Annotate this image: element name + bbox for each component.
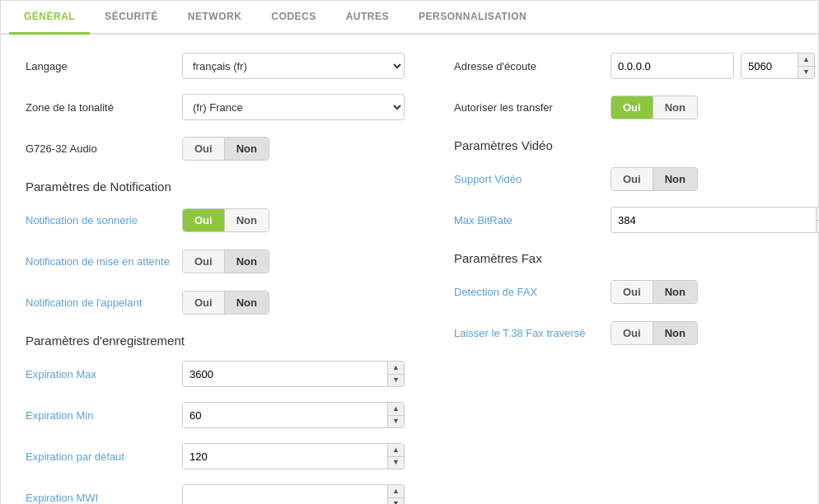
expiration-min-up-btn[interactable]: ▲	[388, 403, 404, 416]
tab-bar: GÉNÉRAL SÉCURITÉ NETWORK CODECS AUTRES P…	[1, 1, 818, 35]
expiration-min-label: Expiration Min	[26, 409, 182, 422]
tab-personnalisation[interactable]: PERSONNALISATION	[404, 1, 541, 35]
notif-appelant-oui-btn[interactable]: Oui	[183, 292, 224, 314]
langage-select[interactable]: français (fr)	[182, 53, 405, 79]
max-bitrate-spinner: ▲ ▼	[611, 207, 819, 233]
g726-non-btn[interactable]: Non	[225, 138, 269, 160]
detection-fax-toggle[interactable]: Oui Non	[611, 280, 698, 304]
notification-section-title: Paramètres de Notification	[26, 180, 405, 194]
zone-select[interactable]: (fr) France	[182, 94, 405, 120]
support-video-oui-btn[interactable]: Oui	[611, 168, 653, 190]
expiration-min-input[interactable]: 60	[183, 403, 387, 427]
expiration-max-down-btn[interactable]: ▼	[388, 375, 404, 387]
expiration-max-spinner-buttons: ▲ ▼	[387, 362, 404, 386]
autoriser-non-btn[interactable]: Non	[653, 96, 697, 119]
port-spinner: ▲ ▼	[741, 53, 815, 79]
main-content: Langage français (fr) Zone de la tonalit…	[1, 35, 818, 504]
autoriser-row: Autoriser les transfer Oui Non	[454, 92, 819, 122]
notif-sonnerie-oui-btn[interactable]: Oui	[183, 209, 224, 231]
support-video-non-btn[interactable]: Non	[653, 168, 697, 190]
laisser-fax-row: Laisser le T.38 Fax traversé Oui Non	[454, 318, 819, 348]
expiration-max-label: Expiration Max	[26, 368, 182, 380]
detection-fax-non-btn[interactable]: Non	[653, 281, 697, 303]
video-section-title: Paramètres Vidéo	[454, 138, 819, 152]
zone-label: Zone de la tonalité	[26, 101, 182, 114]
notif-appelant-row: Notification de l'appelant Oui Non	[26, 287, 405, 317]
fax-section-title: Paramètres Fax	[454, 251, 819, 265]
expiration-mwi-spinner: ▲ ▼	[182, 484, 405, 504]
tab-general[interactable]: GÉNÉRAL	[9, 1, 90, 35]
adresse-label: Adresse d'écoute	[454, 60, 611, 72]
notif-attente-label: Notification de mise en attente	[26, 255, 182, 268]
expiration-mwi-spinner-buttons: ▲ ▼	[387, 485, 404, 504]
expiration-mwi-input[interactable]	[183, 485, 387, 504]
tab-network[interactable]: NETWORK	[173, 1, 257, 35]
adresse-row: Adresse d'écoute ▲ ▼	[454, 51, 819, 81]
expiration-max-spinner: 3600 ▲ ▼	[182, 361, 405, 387]
g726-toggle[interactable]: Oui Non	[182, 137, 269, 161]
notif-appelant-non-btn[interactable]: Non	[225, 292, 269, 314]
notif-sonnerie-non-btn[interactable]: Non	[225, 209, 269, 231]
notif-sonnerie-row: Notification de sonnerie Oui Non	[26, 205, 405, 235]
expiration-min-spinner-buttons: ▲ ▼	[387, 403, 404, 427]
expiration-max-up-btn[interactable]: ▲	[388, 362, 404, 375]
port-spinner-buttons: ▲ ▼	[798, 54, 814, 78]
port-input[interactable]	[742, 54, 798, 78]
expiration-min-down-btn[interactable]: ▼	[388, 416, 404, 428]
expiration-mwi-down-btn[interactable]: ▼	[388, 498, 404, 505]
langage-label: Langage	[26, 60, 182, 72]
notif-attente-oui-btn[interactable]: Oui	[183, 250, 224, 273]
autoriser-oui-btn[interactable]: Oui	[611, 96, 653, 119]
expiration-defaut-input[interactable]: 120	[183, 444, 387, 469]
expiration-mwi-label: Expiration MWI	[26, 492, 182, 504]
notif-appelant-toggle[interactable]: Oui Non	[182, 291, 269, 315]
expiration-max-row: Expiration Max 3600 ▲ ▼	[26, 359, 405, 389]
expiration-defaut-down-btn[interactable]: ▼	[388, 457, 404, 469]
max-bitrate-spinner-buttons: ▲ ▼	[816, 208, 819, 232]
port-up-btn[interactable]: ▲	[798, 54, 814, 67]
autoriser-toggle[interactable]: Oui Non	[611, 96, 698, 119]
expiration-mwi-row: Expiration MWI ▲ ▼	[26, 483, 405, 504]
laisser-fax-non-btn[interactable]: Non	[653, 322, 697, 344]
detection-fax-row: Detection de FAX Oui Non	[454, 277, 819, 306]
laisser-fax-oui-btn[interactable]: Oui	[611, 322, 653, 344]
zone-row: Zone de la tonalité (fr) France	[26, 92, 405, 122]
notif-attente-non-btn[interactable]: Non	[225, 250, 269, 273]
right-column: Adresse d'écoute ▲ ▼ Autoriser les trans…	[454, 51, 819, 504]
detection-fax-label: Detection de FAX	[454, 286, 611, 298]
expiration-defaut-row: Expiration par défaut 120 ▲ ▼	[26, 441, 405, 471]
max-bitrate-row: Max BitRate ▲ ▼	[454, 205, 819, 235]
expiration-mwi-up-btn[interactable]: ▲	[388, 485, 404, 498]
notif-sonnerie-label: Notification de sonnerie	[26, 214, 182, 226]
expiration-defaut-spinner-buttons: ▲ ▼	[387, 444, 404, 469]
support-video-toggle[interactable]: Oui Non	[611, 167, 698, 191]
g726-oui-btn[interactable]: Oui	[183, 138, 224, 160]
g726-row: G726-32 Audio Oui Non	[26, 133, 405, 163]
support-video-label: Support Vidéo	[454, 173, 611, 185]
expiration-defaut-up-btn[interactable]: ▲	[388, 444, 404, 457]
detection-fax-oui-btn[interactable]: Oui	[611, 281, 653, 303]
notif-sonnerie-toggle[interactable]: Oui Non	[182, 208, 269, 232]
laisser-fax-toggle[interactable]: Oui Non	[611, 321, 698, 345]
notif-attente-toggle[interactable]: Oui Non	[182, 250, 269, 273]
expiration-max-input[interactable]: 3600	[183, 362, 387, 386]
laisser-fax-label: Laisser le T.38 Fax traversé	[454, 327, 611, 339]
max-bitrate-label: Max BitRate	[454, 214, 611, 226]
autoriser-label: Autoriser les transfer	[454, 101, 611, 114]
enregistrement-section-title: Paramètres d'enregistrement	[26, 334, 405, 348]
tab-codecs[interactable]: CODECS	[256, 1, 330, 35]
langage-row: Langage français (fr)	[26, 51, 405, 81]
expiration-min-spinner: 60 ▲ ▼	[182, 402, 405, 428]
port-down-btn[interactable]: ▼	[798, 67, 814, 79]
expiration-min-row: Expiration Min 60 ▲ ▼	[26, 400, 405, 430]
notif-attente-row: Notification de mise en attente Oui Non	[26, 246, 405, 276]
expiration-defaut-label: Expiration par défaut	[26, 450, 182, 463]
max-bitrate-input[interactable]	[611, 208, 816, 232]
tab-autres[interactable]: AUTRES	[331, 1, 404, 35]
g726-label: G726-32 Audio	[26, 142, 182, 155]
notif-appelant-label: Notification de l'appelant	[26, 296, 182, 309]
adresse-input[interactable]	[611, 53, 734, 79]
tab-securite[interactable]: SÉCURITÉ	[90, 1, 173, 35]
expiration-defaut-spinner: 120 ▲ ▼	[182, 443, 405, 469]
support-video-row: Support Vidéo Oui Non	[454, 164, 819, 194]
